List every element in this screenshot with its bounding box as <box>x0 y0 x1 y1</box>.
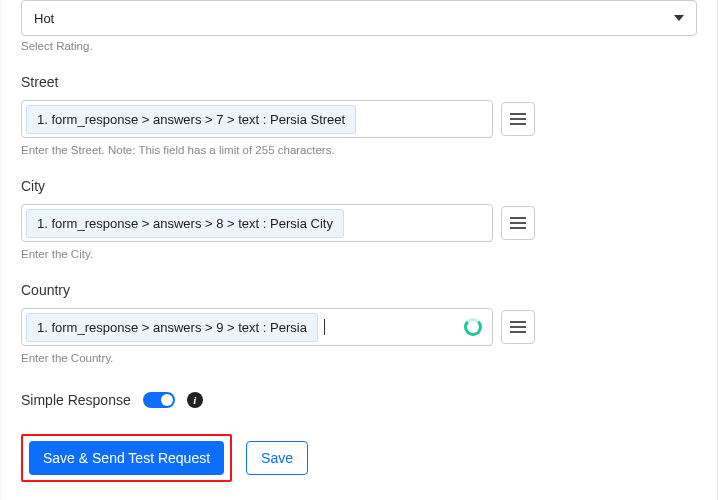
city-token: 1. form_response > answers > 8 > text : … <box>26 209 344 238</box>
hamburger-icon <box>510 321 526 323</box>
rating-helper: Select Rating. <box>21 40 697 52</box>
city-input[interactable]: 1. form_response > answers > 8 > text : … <box>21 204 493 242</box>
simple-response-label: Simple Response <box>21 392 131 408</box>
street-helper: Enter the Street. Note: This field has a… <box>21 144 697 156</box>
country-options-button[interactable] <box>501 310 535 344</box>
loading-spinner-icon <box>464 318 482 336</box>
street-options-button[interactable] <box>501 102 535 136</box>
country-label: Country <box>21 282 697 298</box>
rating-value: Hot <box>34 11 54 26</box>
city-options-button[interactable] <box>501 206 535 240</box>
rating-select[interactable]: Hot <box>21 0 697 36</box>
street-token: 1. form_response > answers > 7 > text : … <box>26 105 356 134</box>
save-send-test-button[interactable]: Save & Send Test Request <box>29 441 224 475</box>
form-panel: Hot Select Rating. Street 1. form_respon… <box>0 0 718 500</box>
highlight-box: Save & Send Test Request <box>21 434 232 482</box>
country-helper: Enter the Country. <box>21 352 697 364</box>
street-input[interactable]: 1. form_response > answers > 7 > text : … <box>21 100 493 138</box>
text-cursor <box>324 319 325 335</box>
hamburger-icon <box>510 113 526 115</box>
hamburger-icon <box>510 217 526 219</box>
country-token: 1. form_response > answers > 9 > text : … <box>26 313 318 342</box>
info-icon[interactable]: i <box>187 392 203 408</box>
city-label: City <box>21 178 697 194</box>
save-button[interactable]: Save <box>246 441 308 475</box>
city-helper: Enter the City. <box>21 248 697 260</box>
simple-response-toggle[interactable] <box>143 392 175 408</box>
street-label: Street <box>21 74 697 90</box>
chevron-down-icon <box>674 15 684 21</box>
country-input[interactable]: 1. form_response > answers > 9 > text : … <box>21 308 493 346</box>
button-row: Save & Send Test Request Save <box>21 434 697 482</box>
